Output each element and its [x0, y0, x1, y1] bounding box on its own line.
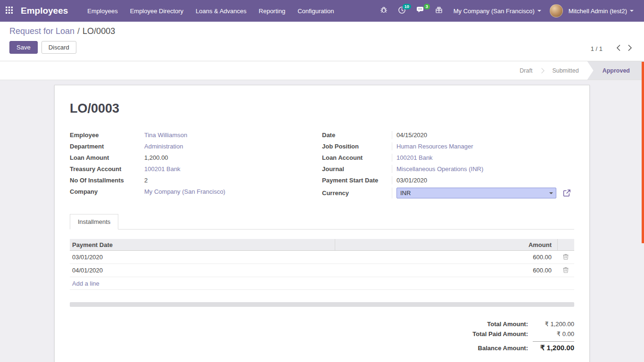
- trash-icon: [563, 267, 569, 274]
- date-value[interactable]: 04/15/2020: [392, 131, 574, 139]
- chevron-down-icon: [537, 10, 541, 12]
- app-menu: Employees Employee Directory Loans & Adv…: [81, 0, 340, 22]
- payment-date-cell[interactable]: 03/01/2020: [70, 254, 335, 261]
- chevron-right-icon: [627, 44, 632, 53]
- status-step-submitted[interactable]: Submitted: [544, 61, 587, 80]
- breadcrumb-separator: /: [77, 26, 80, 36]
- chevron-down-icon: [549, 192, 553, 194]
- menu-loans-advances[interactable]: Loans & Advances: [190, 0, 253, 22]
- field-journal: Journal Miscellaneous Operations (INR): [322, 163, 574, 174]
- field-currency: Currency INR: [322, 186, 574, 200]
- user-menu[interactable]: Mitchell Admin (test2): [563, 0, 639, 22]
- delete-row-button[interactable]: [561, 253, 570, 262]
- loan-amount-value[interactable]: 1,200.00: [144, 154, 168, 161]
- external-link-button[interactable]: [563, 189, 571, 197]
- top-navbar: Employees Employees Employee Directory L…: [0, 0, 644, 22]
- field-label: Department: [70, 143, 144, 150]
- table-header-row: Payment Date Amount: [70, 239, 574, 251]
- total-paid-amount-row: Total Paid Amount: ₹ 0.00: [472, 329, 574, 339]
- job-position-link[interactable]: Human Resources Manager: [396, 143, 473, 150]
- amount-cell[interactable]: 600.00: [335, 254, 557, 261]
- balance-amount-row: Balance Amount: ₹ 1,200.00: [478, 339, 574, 354]
- field-column-right: Date 04/15/2020 Job Position Human Resou…: [322, 129, 574, 200]
- table-row[interactable]: 04/01/2020 600.00: [70, 264, 574, 277]
- column-header-payment-date[interactable]: Payment Date: [70, 239, 335, 250]
- currency-select[interactable]: INR: [396, 188, 556, 198]
- activities-button[interactable]: 10: [393, 0, 411, 22]
- breadcrumb-parent-link[interactable]: Request for Loan: [9, 26, 74, 36]
- menu-reporting[interactable]: Reporting: [253, 0, 291, 22]
- field-label: Payment Start Date: [322, 177, 392, 184]
- journal-link[interactable]: Miscellaneous Operations (INR): [396, 165, 483, 173]
- delete-row-button[interactable]: [561, 266, 570, 275]
- rewards-button[interactable]: [430, 0, 448, 22]
- column-header-amount[interactable]: Amount: [335, 239, 557, 250]
- trash-icon: [563, 254, 569, 261]
- bug-icon: [380, 6, 388, 16]
- user-name: Mitchell Admin (test2): [569, 8, 627, 15]
- company-name: My Company (San Francisco): [454, 8, 535, 15]
- add-a-line-link[interactable]: Add a line: [72, 280, 99, 287]
- chevron-down-icon: [630, 10, 634, 12]
- field-employee: Employee Tina Williamson: [70, 129, 322, 140]
- debug-button[interactable]: [375, 0, 393, 22]
- totals-block: Total Amount: ₹ 1,200.00 Total Paid Amou…: [70, 319, 574, 354]
- menu-employees[interactable]: Employees: [81, 0, 124, 22]
- save-button[interactable]: Save: [9, 41, 38, 54]
- chat-bubbles-icon: [416, 6, 425, 16]
- messages-button[interactable]: 3: [411, 0, 430, 22]
- chevron-left-icon: [616, 44, 621, 53]
- notebook-tabs: Installments: [70, 214, 574, 230]
- field-column-left: Employee Tina Williamson Department Admi…: [70, 129, 322, 200]
- installments-table: Payment Date Amount 03/01/2020 600.00: [70, 239, 574, 307]
- menu-configuration[interactable]: Configuration: [291, 0, 340, 22]
- pager-previous-button[interactable]: [613, 42, 624, 55]
- apps-grid-icon: [6, 7, 13, 16]
- statusbar: Draft Submitted Approved: [0, 61, 644, 80]
- field-date: Date 04/15/2020: [322, 129, 574, 140]
- pager: 1 / 1: [591, 42, 636, 55]
- vertical-scrollbar-thumb[interactable]: [642, 62, 644, 243]
- total-paid-amount-value: ₹ 0.00: [533, 330, 574, 337]
- activity-count-badge: 10: [403, 4, 411, 9]
- payment-start-date-value[interactable]: 03/01/2020: [392, 176, 574, 184]
- tab-installments[interactable]: Installments: [70, 214, 118, 230]
- total-paid-amount-label: Total Paid Amount:: [472, 330, 528, 337]
- loan-account-link[interactable]: 100201 Bank: [396, 154, 433, 161]
- record-title: LO/0003: [70, 101, 574, 116]
- horizontal-scrollbar[interactable]: [70, 302, 574, 307]
- breadcrumb-current: LO/0003: [83, 26, 115, 36]
- discard-button[interactable]: Discard: [41, 41, 76, 54]
- company-switcher[interactable]: My Company (San Francisco): [448, 0, 547, 22]
- field-label: Company: [70, 188, 144, 195]
- field-label: Date: [322, 132, 392, 139]
- department-link[interactable]: Administration: [144, 143, 183, 150]
- payment-date-cell[interactable]: 04/01/2020: [70, 267, 335, 274]
- gift-icon: [435, 6, 443, 16]
- treasury-account-link[interactable]: 100201 Bank: [144, 165, 181, 173]
- field-label: Treasury Account: [70, 165, 144, 173]
- field-loan-amount: Loan Amount 1,200.00: [70, 152, 322, 163]
- total-amount-row: Total Amount: ₹ 1,200.00: [487, 319, 574, 329]
- field-label: No Of Installments: [70, 177, 144, 184]
- menu-employee-directory[interactable]: Employee Directory: [124, 0, 190, 22]
- balance-amount-label: Balance Amount:: [478, 345, 528, 352]
- installments-count-value[interactable]: 2: [144, 177, 148, 184]
- pager-next-button[interactable]: [624, 42, 636, 55]
- form-sheet: LO/0003 Employee Tina Williamson Departm…: [54, 85, 590, 362]
- table-row[interactable]: 03/01/2020 600.00: [70, 251, 574, 264]
- amount-cell[interactable]: 600.00: [335, 267, 557, 274]
- current-app-title[interactable]: Employees: [21, 6, 68, 16]
- employee-link[interactable]: Tina Williamson: [144, 132, 187, 139]
- field-label: Loan Account: [322, 154, 392, 161]
- navbar-systray: 10 3 My Company (San Francisco): [375, 0, 639, 22]
- field-job-position: Job Position Human Resources Manager: [322, 140, 574, 152]
- apps-menu-button[interactable]: [0, 0, 18, 22]
- status-step-approved[interactable]: Approved: [587, 61, 644, 80]
- field-label: Employee: [70, 132, 144, 139]
- control-panel: Request for Loan/LO/0003 Save Discard 1 …: [0, 22, 644, 61]
- user-avatar[interactable]: [550, 4, 563, 17]
- field-loan-account: Loan Account 100201 Bank: [322, 152, 574, 163]
- company-link[interactable]: My Company (San Francisco): [144, 188, 225, 195]
- status-step-draft[interactable]: Draft: [511, 61, 541, 80]
